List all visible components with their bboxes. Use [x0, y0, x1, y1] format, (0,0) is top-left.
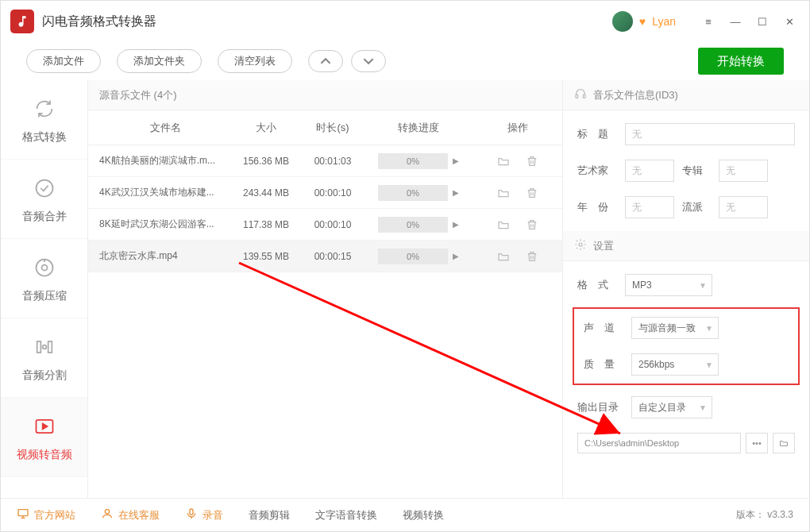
sidebar-item-audio-merge[interactable]: 音频合并 [1, 160, 87, 239]
footer-service[interactable]: 在线客服 [101, 507, 160, 522]
open-folder-icon[interactable] [495, 152, 512, 170]
album-input[interactable]: 无 [719, 160, 768, 182]
headphone-icon [574, 87, 587, 102]
footer-video[interactable]: 视频转换 [403, 508, 444, 522]
minimize-icon[interactable]: — [725, 11, 746, 32]
delete-icon[interactable] [523, 152, 541, 170]
delete-icon[interactable] [523, 184, 541, 202]
add-file-button[interactable]: 添加文件 [26, 49, 101, 73]
sidebar-item-label: 音频压缩 [22, 289, 67, 303]
move-down-button[interactable] [351, 50, 386, 72]
settings-body: 格 式 MP3 ▼ 声 道 与源音频一致 ▼ 质 [563, 261, 809, 466]
cell-progress: 0%▶ [364, 153, 472, 169]
outdir-label: 输出目录 [577, 400, 623, 414]
gear-icon [574, 238, 587, 253]
footer-label: 视频转换 [403, 508, 444, 522]
sidebar-item-label: 视频转音频 [17, 448, 72, 462]
open-folder-icon[interactable] [495, 248, 512, 265]
sidebar-item-label: 格式转换 [22, 130, 67, 145]
sidebar-item-audio-split[interactable]: 音频分割 [1, 318, 87, 398]
svg-rect-8 [576, 94, 578, 98]
play-icon[interactable]: ▶ [453, 188, 459, 197]
table-row[interactable]: 北京密云水库.mp4139.55 MB00:00:150%▶ [88, 241, 562, 272]
move-up-button[interactable] [308, 50, 343, 72]
start-convert-button[interactable]: 开始转换 [698, 48, 784, 75]
quality-select[interactable]: 256kbps ▼ [631, 353, 719, 376]
format-label: 格 式 [577, 278, 617, 292]
table-row[interactable]: 4K武汉江汉关城市地标建...243.44 MB00:00:100%▶ [88, 177, 562, 209]
svg-point-0 [36, 179, 52, 196]
add-folder-button[interactable]: 添加文件夹 [117, 49, 202, 73]
app-window: 闪电音频格式转换器 ♥ Lyan ≡ — ☐ ✕ 添加文件 添加文件夹 清空列表… [0, 0, 810, 532]
settings-title: 设置 [593, 239, 614, 253]
mic-icon [185, 507, 198, 522]
format-select[interactable]: MP3 ▼ [625, 274, 712, 296]
cell-size: 243.44 MB [231, 187, 301, 199]
table-row[interactable]: 8K延时武汉东湖公园游客...117.38 MB00:00:100%▶ [88, 209, 562, 241]
outdir-select[interactable]: 自定义目录 ▼ [631, 396, 712, 418]
open-folder-button[interactable] [773, 433, 795, 453]
svg-rect-9 [583, 94, 585, 98]
field-channel: 声 道 与源音频一致 ▼ [584, 317, 789, 339]
play-icon[interactable]: ▶ [453, 156, 459, 165]
footer-tts[interactable]: 文字语音转换 [315, 508, 377, 522]
sidebar-item-format-convert[interactable]: 格式转换 [1, 80, 87, 160]
output-path[interactable]: C:\Users\admin\Desktop [577, 433, 741, 453]
sidebar-item-label: 音频合并 [22, 210, 67, 224]
sidebar-item-video-to-audio[interactable]: 视频转音频 [1, 398, 87, 477]
browse-button[interactable]: ••• [746, 433, 768, 453]
footer-site[interactable]: 官方网站 [17, 507, 75, 522]
close-icon[interactable]: ✕ [779, 11, 800, 32]
play-icon[interactable]: ▶ [453, 220, 459, 229]
channel-label: 声 道 [584, 321, 623, 335]
genre-label: 流派 [682, 200, 711, 214]
heart-icon: ♥ [639, 15, 646, 28]
chevron-down-icon: ▼ [705, 360, 713, 369]
table-head: 文件名 大小 时长(s) 转换进度 操作 [88, 110, 562, 145]
artist-input[interactable]: 无 [625, 160, 674, 182]
svg-rect-4 [48, 341, 52, 353]
cell-size: 139.55 MB [231, 251, 301, 262]
cell-duration: 00:00:10 [301, 187, 364, 199]
footer-label: 官方网站 [34, 508, 75, 522]
version-label: 版本： v3.3.3 [736, 508, 793, 522]
cell-name: 北京密云水库.mp4 [88, 249, 231, 263]
channel-select[interactable]: 与源音频一致 ▼ [631, 317, 719, 339]
play-icon[interactable]: ▶ [453, 252, 459, 260]
col-operation: 操作 [472, 121, 562, 135]
footer-label: 录音 [202, 508, 223, 522]
avatar[interactable] [612, 11, 633, 32]
app-logo [10, 10, 34, 33]
menu-icon[interactable]: ≡ [698, 11, 719, 32]
field-format: 格 式 MP3 ▼ [577, 274, 795, 296]
footer-cut[interactable]: 音频剪辑 [249, 508, 290, 522]
cell-name: 8K延时武汉东湖公园游客... [88, 218, 231, 231]
chevron-down-icon: ▼ [699, 403, 707, 412]
cell-size: 156.36 MB [231, 156, 301, 167]
footer-record[interactable]: 录音 [185, 507, 223, 522]
cell-op [472, 216, 562, 233]
sidebar-item-audio-compress[interactable]: 音频压缩 [1, 239, 87, 318]
footer-label: 在线客服 [118, 508, 160, 522]
id3-body: 标 题 无 艺术家 无 专辑 无 年 份 无 流派 无 [563, 110, 809, 231]
genre-input[interactable]: 无 [719, 196, 768, 218]
highlight-box: 声 道 与源音频一致 ▼ 质 量 256kbps ▼ [573, 307, 800, 385]
delete-icon[interactable] [523, 248, 541, 265]
cell-progress: 0%▶ [364, 249, 472, 264]
user-area: ♥ Lyan ≡ — ☐ ✕ [612, 11, 800, 32]
svg-rect-11 [18, 510, 28, 516]
refresh-icon [31, 95, 58, 122]
open-folder-icon[interactable] [495, 216, 512, 233]
svg-rect-3 [37, 341, 40, 353]
table-row[interactable]: 4K航拍美丽的湖滨城市.m...156.36 MB00:01:030%▶ [88, 145, 562, 177]
cell-op [472, 248, 562, 265]
maximize-icon[interactable]: ☐ [752, 11, 773, 32]
delete-icon[interactable] [523, 216, 541, 233]
year-input[interactable]: 无 [625, 196, 674, 218]
username[interactable]: Lyan [652, 15, 676, 28]
title-input[interactable]: 无 [625, 123, 795, 145]
quality-label: 质 量 [584, 357, 623, 372]
open-folder-icon[interactable] [495, 184, 512, 202]
clear-list-button[interactable]: 清空列表 [218, 49, 292, 73]
monitor-icon [17, 507, 29, 522]
